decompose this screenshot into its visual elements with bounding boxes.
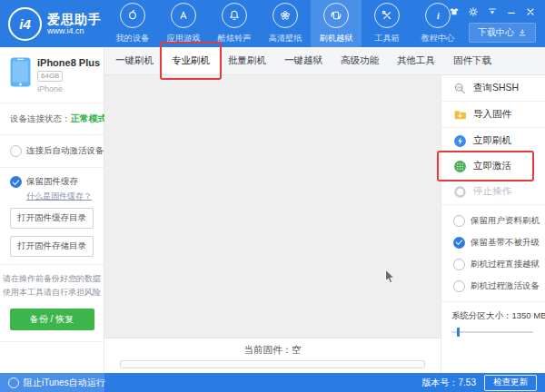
device-name: iPhone8 Plus (37, 57, 100, 68)
skin-icon[interactable] (449, 6, 460, 17)
nav-label: 应用游戏 (167, 33, 201, 44)
query-shsh-button[interactable]: SH 查询SHSH (441, 75, 545, 101)
app-url: www.i4.cn (47, 26, 102, 35)
device-card: iPhone8 Plus 64GB iPhone (0, 47, 104, 103)
what-is-cache-link[interactable]: 什么是固件缓存？ (26, 191, 104, 202)
open-storage-dir-button[interactable]: 打开固件存储目录 (10, 236, 94, 257)
tab-label: 专业刷机 (172, 54, 210, 67)
settings-gear-icon[interactable] (468, 6, 479, 17)
nav-item-toolbox[interactable]: 工具箱 (362, 0, 412, 47)
backup-restore-button[interactable]: 备份 / 恢复 (10, 309, 94, 330)
stop-icon (453, 185, 467, 199)
flash-jailbreak-icon (323, 3, 349, 28)
app-window: i4 爱思助手 www.i4.cn 我的设备 (0, 0, 545, 392)
open-cache-dir-button[interactable]: 打开固件缓存目录 (10, 208, 94, 229)
option-keep-baseband[interactable]: 保留基带不被升级 (441, 231, 545, 253)
warning-line: 请在操作前备份好您的数据 (0, 272, 104, 286)
slider-handle[interactable] (457, 328, 460, 337)
titlebar: i4 爱思助手 www.i4.cn 我的设备 (0, 0, 545, 47)
flash-now-button[interactable]: 立即刷机 (441, 128, 545, 153)
partition-size-value: 1350 MB (512, 310, 545, 320)
nav-label: 酷炫铃声 (218, 33, 252, 44)
main-nav: 我的设备 应用游戏 酷炫铃声 (107, 0, 463, 47)
svg-text:SH: SH (457, 85, 462, 89)
right-sidebar: SH 查询SHSH 导入固件 (441, 75, 545, 373)
auto-activate-option[interactable]: 连接后自动激活设备 (0, 135, 104, 167)
download-center-button[interactable]: 下载中心 (469, 23, 536, 43)
bottombar: 阻止iTunes自动运行 版本号：7.53 检查更新 (0, 373, 545, 392)
nav-item-ringtones[interactable]: 酷炫铃声 (209, 0, 260, 47)
flash-tabs: 一键刷机 专业刷机 批量刷机 一键越狱 高级功能 其他工具 固件下载 (104, 47, 545, 75)
i4-logo-icon: i4 (8, 7, 42, 41)
radio-unchecked-icon (453, 259, 465, 270)
search-shsh-icon: SH (453, 82, 467, 95)
activate-now-button[interactable]: 立即激活 (441, 153, 545, 179)
action-label: 立即刷机 (473, 134, 511, 147)
appstore-icon (171, 3, 196, 28)
tab-professional-flash[interactable]: 专业刷机 (163, 47, 219, 74)
import-firmware-button[interactable]: 导入固件 (441, 102, 545, 127)
app-logo: i4 爱思助手 www.i4.cn (0, 0, 107, 47)
check-update-button[interactable]: 检查更新 (484, 375, 537, 391)
firmware-status-strip: 当前固件：空 (104, 338, 441, 373)
nav-item-wallpapers[interactable]: 高清壁纸 (260, 0, 311, 47)
action-label: 停止操作 (473, 185, 511, 198)
tab-label: 批量刷机 (228, 54, 266, 67)
partition-size-slider[interactable] (451, 327, 535, 338)
option-activate-during-flash[interactable]: 刷机过程激活设备 (441, 275, 545, 297)
tab-batch-flash[interactable]: 批量刷机 (219, 47, 275, 74)
tab-advanced-features[interactable]: 高级功能 (332, 47, 388, 74)
device-capacity-badge: 64GB (37, 71, 63, 82)
app-title: 爱思助手 (47, 13, 102, 26)
activate-now-icon (453, 160, 467, 173)
svg-text:i: i (437, 11, 440, 21)
tab-label: 高级功能 (341, 54, 379, 67)
radio-unchecked-icon (453, 280, 465, 292)
download-center-label: 下载中心 (478, 26, 514, 39)
action-label: 导入固件 (473, 108, 511, 121)
partition-size-section: 系统分区大小：1350 MB (441, 302, 545, 338)
nav-item-my-devices[interactable]: 我的设备 (107, 0, 158, 47)
keep-firmware-cache-option[interactable]: 保留固件缓存 (0, 168, 104, 190)
block-itunes-toggle[interactable]: 阻止iTunes自动运行 (0, 373, 104, 392)
connection-status-label: 设备连接状态： (10, 113, 71, 123)
apple-icon (120, 3, 145, 28)
minimize-icon[interactable] (506, 6, 517, 17)
left-sidebar: iPhone8 Plus 64GB iPhone 设备连接状态：正常模式 连接后… (0, 47, 104, 373)
auto-activate-label: 连接后自动激活设备 (26, 145, 104, 157)
radio-checked-icon (10, 176, 22, 188)
flash-now-icon (453, 134, 467, 148)
body: iPhone8 Plus 64GB iPhone 设备连接状态：正常模式 连接后… (0, 47, 545, 373)
backup-warning-text: 请在操作前备份好您的数据 使用本工具请自行承担风险 (0, 265, 104, 305)
partition-size-label: 系统分区大小： (451, 310, 512, 320)
slider-track (451, 331, 533, 333)
main-content-area: 当前固件：空 (104, 75, 441, 373)
bottombar-right: 版本号：7.53 检查更新 (422, 375, 545, 391)
block-itunes-label: 阻止iTunes自动运行 (24, 377, 105, 389)
option-label: 保留基带不被升级 (471, 237, 540, 249)
tab-label: 其他工具 (397, 54, 435, 67)
tab-one-click-flash[interactable]: 一键刷机 (106, 47, 163, 74)
close-icon[interactable] (525, 6, 536, 17)
tab-firmware-download[interactable]: 固件下载 (444, 47, 500, 74)
firmware-progress-bar (120, 360, 425, 368)
nav-item-apps-games[interactable]: 应用游戏 (158, 0, 209, 47)
action-label: 立即激活 (473, 160, 511, 172)
option-jailbreak-during-flash[interactable]: 刷机过程直接越狱 (441, 253, 545, 275)
radio-unchecked-icon (10, 145, 22, 157)
current-firmware-label: 当前固件：空 (104, 344, 441, 357)
divider (0, 341, 104, 342)
connection-status: 设备连接状态：正常模式 (0, 103, 104, 134)
tab-one-click-jailbreak[interactable]: 一键越狱 (275, 47, 332, 74)
logo-badge: i4 (19, 16, 31, 32)
keep-cache-label: 保留固件缓存 (26, 176, 78, 188)
tab-other-tools[interactable]: 其他工具 (388, 47, 444, 74)
collapse-icon[interactable] (487, 6, 498, 17)
warning-line: 使用本工具请自行承担风险 (0, 286, 104, 299)
nav-label: 我的设备 (116, 33, 150, 44)
option-keep-user-data[interactable]: 保留用户资料刷机 (441, 210, 545, 231)
nav-label: 高清壁纸 (269, 33, 302, 44)
device-type: iPhone (37, 84, 100, 93)
connection-status-value: 正常模式 (71, 113, 107, 123)
nav-item-flash-jailbreak[interactable]: 刷机越狱 (311, 0, 362, 47)
